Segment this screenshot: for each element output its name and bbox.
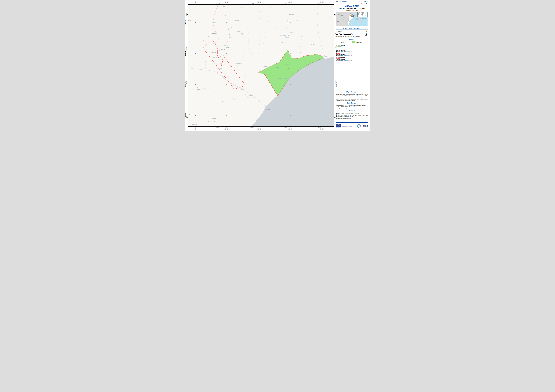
aoi-detail-line: - Delineation Product: [336, 59, 357, 60]
axis-label-degree: 17°0'0"S [186, 47, 187, 50]
axis-label-utm: 400000 [320, 128, 324, 130]
contact-heading: Contact [336, 110, 368, 112]
aoi-detail-line: - Delineation Product: [336, 50, 357, 51]
axis-label-degree: 17°0'0"S [335, 47, 336, 50]
place-label: Namacurra [285, 64, 290, 65]
grid-cross: + [226, 84, 227, 86]
aoi-detail-line: AOI 02 / MUTARARA [336, 57, 357, 58]
axis-label-utm: 300000 [288, 128, 292, 130]
meta-row-2: Int. Charter call ID: 805 Product N.: Ac… [336, 2, 368, 4]
place-label: Mopeia [241, 89, 244, 90]
contact-line: jrc-ems-rapidmapping@ec.europa.eu [336, 118, 368, 119]
place-label: Mocubela [311, 44, 315, 45]
place-label: BLANTYRE [216, 5, 225, 7]
inset-locator-map: AngolaZambiaTanzaniaMalawiMozambiqueZimb… [336, 12, 368, 26]
axis-label-degree: 35°0'0"E [216, 127, 220, 128]
place-label: Ngabu [213, 43, 216, 44]
grid-cross: + [195, 84, 196, 86]
inset-label: Zambia [341, 15, 343, 16]
world-location-dot [363, 15, 363, 15]
grid-cross: + [226, 114, 227, 116]
place-label: Makhanga [223, 44, 228, 46]
axis-label-degree: 16°0'0"S [335, 13, 336, 16]
place-label: Namitambo [222, 7, 228, 8]
grid-cross: + [290, 84, 291, 86]
glide-number: GLIDE number: TC1000961 [336, 1, 347, 2]
eu-flag-icon: ★★★ ★★★ ★★★ ★★★ [336, 124, 341, 128]
place-label: Luchenza [234, 20, 239, 21]
north-arrow: N [365, 31, 367, 36]
aoi-detail-line: AOI 01 / QUELIMANE [336, 45, 357, 46]
legend-item-planned: Planned [336, 41, 352, 43]
place-label: Inhaminga [218, 100, 223, 102]
inset-label: Africa [343, 23, 346, 24]
place-label: Simbe [241, 33, 244, 34]
inset-label: Angola [337, 14, 340, 14]
info-panel: GLIDE number: TC1000961 Activation ID: E… [336, 1, 368, 128]
grid-cross: + [195, 114, 196, 116]
scale-bar-label: 0 [336, 33, 336, 34]
cartographic-heading: Cartographic Information [336, 28, 368, 30]
footer-logos: ★★★ ★★★ ★★★ ★★★ PROGRAMME OF THE EUROPEA… [336, 124, 368, 128]
copernicus-block: opernicus Europe's eyes on Earth [357, 124, 368, 128]
scale-bar-segments [336, 34, 351, 35]
place-label: Sena [219, 68, 222, 69]
inset-label: Mozambique [350, 15, 355, 16]
inset-label: Tanzania [352, 13, 355, 13]
place-label: Macuse [291, 71, 295, 73]
place-label: Simógo [263, 66, 267, 67]
north-arrow-icon [365, 32, 367, 36]
place-label: Bivar [243, 75, 246, 77]
inset-label: Malawi [351, 14, 353, 15]
svg-text:★: ★ [339, 126, 339, 127]
place-label: Gilé [329, 17, 331, 19]
grid-cross: + [321, 84, 322, 86]
scale-bar-label: 12.5 [339, 33, 340, 34]
place-label: Bangula [221, 49, 225, 50]
planned-swatch-icon [336, 41, 339, 43]
inset-label: Maputo [351, 24, 353, 25]
grid-cross: + [226, 53, 227, 55]
inset-label: Zimbabwe [343, 19, 346, 19]
footer-rule [336, 122, 368, 123]
place-label: ZAMBÉZIA [280, 34, 290, 36]
place-label: Pebane [323, 56, 327, 57]
planned-label: Planned [340, 42, 344, 43]
grid-cross: + [258, 84, 259, 86]
aoi-detail-line: - First Estimate Product: [336, 47, 357, 48]
place-label: Vulalo [237, 30, 240, 32]
axis-label-degree: 37°0'0"E [284, 3, 287, 4]
legend-items: Planned Completed [336, 41, 368, 43]
axis-label-degree: 38°0'0"E [318, 127, 321, 128]
place-label: Chinde [266, 109, 270, 110]
title-block: MOZAMBIQUE Wind storm - last updated 15/… [336, 5, 368, 11]
grid-cross: + [258, 114, 259, 116]
grid-cross: + [226, 21, 227, 23]
place-label: Chemba [213, 57, 217, 58]
scale-bar-label: 25 [343, 33, 344, 34]
grid-cross: + [258, 21, 259, 23]
axis-label-degree: 36°0'0"E [250, 127, 254, 128]
place-label: SOFALA [208, 121, 215, 122]
grid-cross: + [195, 21, 196, 23]
axis-label-utm: 7900000 [185, 113, 186, 118]
page-title: MOZAMBIQUE [336, 5, 368, 7]
inset-label: Mozambique [355, 18, 359, 19]
main-map: BLANTYRENamitamboPhalombebulatsisiChoboo… [188, 4, 334, 127]
inset-label: Namibia [336, 21, 339, 22]
grid-cross: + [195, 53, 196, 55]
place-label: Caia [230, 83, 232, 84]
eu-caption-line2: EUROPEAN UNION [342, 126, 354, 127]
grid-cross: + [321, 21, 322, 23]
aoi-detail-line: COSMO-SkyMed, 14/03/2023 14:47 UTC [336, 51, 357, 52]
place-label: Maringuè [197, 89, 202, 90]
data-sources-text: Inset map based on: JRC 2013, © EuroGeog… [336, 105, 368, 109]
place-label: bulatsisi [188, 20, 191, 21]
map-canvas: BLANTYRENamitamboPhalombebulatsisiChoboo… [188, 5, 334, 126]
tick-marks-note: Tick marks WGS 1984 UTM Zone 37S map coo… [336, 36, 368, 37]
map-type: Activation Extent Map [336, 9, 368, 11]
meta-row-1: GLIDE number: TC1000961 Activation ID: E… [336, 1, 368, 2]
place-label: Semouque [285, 37, 290, 38]
aoi-number-label: 02 [223, 69, 224, 71]
aoi-detail-line: - Delineation Monit01: [336, 54, 357, 55]
